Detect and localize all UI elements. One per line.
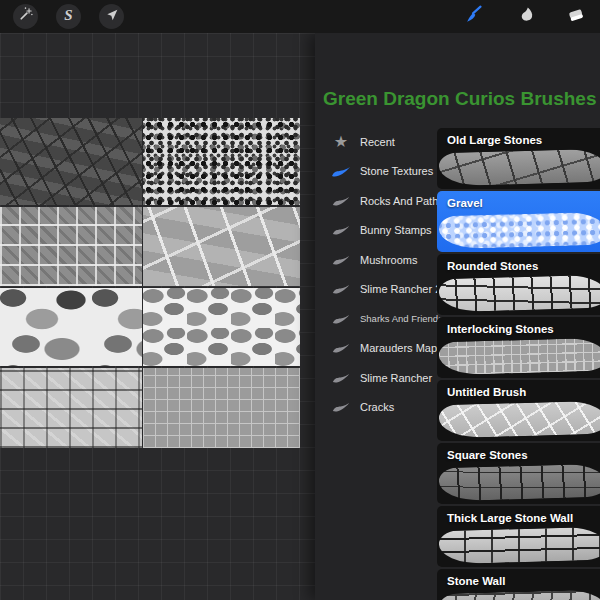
- brush-stroke-icon: [328, 283, 354, 295]
- top-toolbar: S: [0, 0, 600, 33]
- brush-set-cracks[interactable]: Cracks: [315, 393, 437, 423]
- brush-stone-wall[interactable]: Stone Wall: [437, 569, 600, 600]
- paint-button[interactable]: [460, 4, 485, 29]
- brush-list: Old Large Stones Gravel Rounded Stones I…: [437, 128, 600, 600]
- brush-set-bunny-stamps[interactable]: Bunny Stamps: [315, 216, 437, 246]
- transform-button[interactable]: [99, 4, 124, 29]
- smudge-button[interactable]: [514, 4, 539, 29]
- mortared-stone-stroke: [0, 288, 142, 366]
- brush-set-stone-textures[interactable]: Stone Textures: [315, 157, 437, 187]
- brush-gravel[interactable]: Gravel: [437, 191, 600, 252]
- smudge-finger-icon: [517, 5, 537, 29]
- brush-stroke-icon: [328, 313, 354, 325]
- brush-library-panel: Green Dragon Curios Brushes ★ Recent Sto…: [315, 33, 600, 600]
- rounded-stone-stroke: [143, 288, 300, 366]
- brush-stroke-icon: [328, 342, 354, 354]
- brush-untitled-brush[interactable]: Untitled Brush: [437, 380, 600, 441]
- brush-stroke-icon: [328, 224, 354, 236]
- brush-set-title: Green Dragon Curios Brushes: [323, 88, 600, 110]
- brush-set-recent[interactable]: ★ Recent: [315, 127, 437, 157]
- brush-stroke-preview: [439, 527, 600, 565]
- flagstone-stroke: [143, 207, 300, 286]
- star-icon: ★: [328, 134, 354, 150]
- brush-square-stones[interactable]: Square Stones: [437, 443, 600, 504]
- selection-s-icon: S: [64, 8, 72, 23]
- eraser-icon: [566, 5, 586, 29]
- erase-button[interactable]: [563, 4, 588, 29]
- speckled-gravel-stroke: [143, 118, 300, 205]
- brush-stroke-icon: [328, 165, 354, 178]
- brush-old-large-stones[interactable]: Old Large Stones: [437, 128, 600, 189]
- brush-set-rocks-and-paths[interactable]: Rocks And Paths: [315, 186, 437, 216]
- brush-set-list: ★ Recent Stone Textures Rocks And Paths …: [315, 127, 437, 422]
- brush-set-mushrooms[interactable]: Mushrooms: [315, 245, 437, 275]
- brush-stroke-preview: [439, 401, 600, 439]
- brush-interlocking-stones[interactable]: Interlocking Stones: [437, 317, 600, 378]
- transform-arrow-icon: [104, 7, 120, 27]
- brush-stroke-preview: [439, 464, 600, 502]
- brush-set-marauders-map[interactable]: Marauders Map: [315, 334, 437, 364]
- brush-stroke-preview: [439, 212, 600, 250]
- rubble-wall-stroke: [0, 368, 142, 448]
- brush-stroke-icon: [328, 195, 354, 207]
- dark-crazy-paving-stroke: [0, 118, 142, 205]
- brush-set-sharks-and-friends[interactable]: Sharks And Friends: [315, 304, 437, 334]
- cobblestone-stroke: [0, 207, 142, 286]
- brush-stroke-preview: [439, 275, 600, 313]
- paintbrush-icon: [463, 5, 483, 29]
- brush-stroke-preview: [439, 590, 600, 600]
- brush-rounded-stones[interactable]: Rounded Stones: [437, 254, 600, 315]
- magic-wand-icon: [17, 6, 34, 27]
- brush-stroke-icon: [328, 372, 354, 384]
- brush-stroke-icon: [328, 254, 354, 266]
- brush-stroke-preview: [439, 149, 600, 187]
- selections-button[interactable]: S: [56, 4, 81, 29]
- brush-stroke-preview: [439, 338, 600, 376]
- brush-set-slime-rancher-2[interactable]: Slime Rancher 2: [315, 275, 437, 305]
- basketweave-paving-stroke: [143, 368, 300, 448]
- brush-stroke-icon: [328, 401, 354, 413]
- brush-thick-large-stone-wall[interactable]: Thick Large Stone Wall: [437, 506, 600, 567]
- brush-set-slime-rancher[interactable]: Slime Rancher: [315, 363, 437, 393]
- adjustments-button[interactable]: [13, 4, 38, 29]
